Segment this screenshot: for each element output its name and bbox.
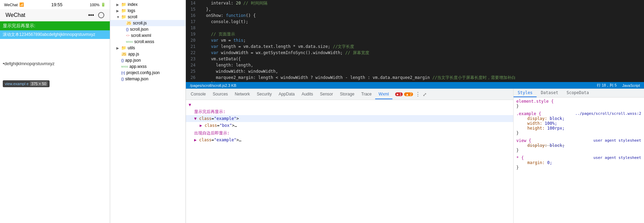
- tree-item[interactable]: {•} project.config.json: [110, 70, 186, 76]
- wxml-tree-item[interactable]: ▶ class="example">…: [186, 136, 513, 143]
- styles-property: width: 100%;: [516, 121, 641, 126]
- tree-icon: {}: [126, 28, 129, 31]
- tree-arrow: ▶: [116, 9, 121, 13]
- tab-sensor[interactable]: Sensor: [317, 90, 337, 99]
- tree-icon: JS: [121, 52, 127, 56]
- expand-icon[interactable]: ⤢: [423, 92, 427, 97]
- bottom-section: ConsoleSourcesNetworkSecurityAppDataAudi…: [186, 89, 644, 223]
- tree-label: logs: [128, 8, 135, 13]
- tooltip-size: 375 × 50: [30, 81, 47, 86]
- tab-audits[interactable]: Audits: [298, 90, 316, 99]
- tree-label: project.config.json: [126, 70, 160, 75]
- tree-icon: JS: [126, 21, 131, 25]
- warn-badge: ▲ 2: [404, 92, 413, 96]
- status-lang: JavaScript: [622, 83, 640, 88]
- tree-item[interactable]: JS scroll.js: [110, 20, 186, 26]
- styles-property: display: block;: [516, 116, 641, 121]
- line-number: 20: [189, 37, 196, 43]
- tree-arrow: ▶: [116, 3, 121, 7]
- code-line: length: length,: [201, 62, 641, 68]
- tree-icon: wxss: [121, 65, 128, 68]
- tree-icon: {}: [121, 59, 124, 62]
- app-name: WeChat: [4, 3, 18, 7]
- code-line: interval: 20 // 时间间隔: [201, 0, 641, 6]
- wxml-content: ▼: [189, 102, 191, 108]
- wxml-tree-item[interactable]: ▼: [186, 101, 513, 108]
- file-tree-panel: ▶ 📁 index ▶ 📁 logs ▼ 📁 scroll JS scroll.…: [110, 0, 186, 223]
- line-number: 19: [189, 31, 196, 37]
- tree-item[interactable]: {} scroll.json: [110, 26, 186, 32]
- tree-item[interactable]: ▶ 📁 utils: [110, 45, 186, 51]
- styles-tabs: StylesDatasetScopeData: [514, 89, 644, 98]
- line-number: 16: [189, 12, 196, 19]
- tree-arrow: ▼: [116, 15, 121, 19]
- styles-selector: view {user agent stylesheet: [516, 138, 641, 143]
- styles-tab-dataset[interactable]: Dataset: [537, 89, 562, 97]
- styles-rule: element.style {}: [516, 99, 641, 109]
- tooltip-area: view.exampl e 375 × 50: [0, 39, 110, 60]
- tree-label: utils: [128, 45, 135, 50]
- tooltip-label: view.exampl e: [5, 82, 29, 86]
- styles-tab-styles[interactable]: Styles: [514, 89, 537, 97]
- styles-tab-scopedata[interactable]: ScopeData: [562, 89, 593, 97]
- styles-selector: .example {../pages/scroll/scroll.wxss:2: [516, 111, 641, 116]
- tree-label: index: [128, 2, 138, 7]
- tree-item[interactable]: ▶ 📁 index: [110, 1, 186, 8]
- line-number: 24: [189, 62, 196, 68]
- tree-icon: {}: [121, 77, 124, 81]
- code-line: console.log(t);: [201, 19, 641, 25]
- tree-item[interactable]: {} sitemap.json: [110, 76, 186, 82]
- wxml-tree-item[interactable]: 显示完后再显示:: [186, 108, 513, 115]
- line-number: 15: [189, 6, 196, 12]
- record-icon[interactable]: [98, 12, 104, 18]
- code-area[interactable]: interval: 20 // 时间间隔 }, onShow: function…: [198, 0, 644, 82]
- tree-item[interactable]: JS app.js: [110, 51, 186, 57]
- more-icon[interactable]: •••: [88, 12, 94, 18]
- styles-rule: view {user agent stylesheet display: blo…: [516, 138, 641, 153]
- wxml-tree-item[interactable]: ▶ class="box">…: [186, 122, 513, 129]
- wxml-tree-item[interactable]: [186, 143, 513, 144]
- tree-item[interactable]: <> scroll.wxml: [110, 32, 186, 39]
- tree-item[interactable]: wxss app.wxss: [110, 63, 186, 70]
- styles-rule: * {user agent stylesheet margin: 0; }: [516, 155, 641, 170]
- phone-status-bar: WeChat 📶 19:55 100% 🔋: [0, 0, 110, 9]
- tab-console[interactable]: Console: [187, 90, 209, 99]
- wxml-tree-item[interactable]: 出现自边后即显示:: [186, 130, 513, 136]
- bottom-left: ConsoleSourcesNetworkSecurityAppDataAudi…: [186, 89, 513, 223]
- line-number: 17: [189, 19, 196, 25]
- placeholder-text: •defghijklmnopqrstuvmxyz: [0, 60, 110, 68]
- tree-icon: 📁: [121, 8, 126, 13]
- tree-item[interactable]: {} app.json: [110, 57, 186, 63]
- line-number: 23: [189, 56, 196, 62]
- more-icon[interactable]: ⋮: [415, 91, 421, 98]
- code-line: var vm = this;: [201, 37, 641, 43]
- tree-icon: {•}: [121, 71, 125, 75]
- tab-appdata[interactable]: AppData: [275, 90, 298, 99]
- tree-label: scroll.wxml: [131, 33, 151, 38]
- tab-security[interactable]: Security: [253, 90, 275, 99]
- line-number: 22: [189, 50, 196, 56]
- tab-storage[interactable]: Storage: [337, 90, 358, 99]
- code-line: var length = vm.data.text.length * vm.da…: [201, 43, 641, 50]
- code-line: onShow: function() {: [201, 12, 641, 19]
- tab-trace[interactable]: Trace: [358, 90, 375, 99]
- phone-content: 显示完后再显示: 滚动文本1234567890abcdefghijklmnopq…: [0, 21, 110, 223]
- styles-content: element.style {}.example {../pages/scrol…: [514, 98, 644, 223]
- tab-sources[interactable]: Sources: [209, 90, 231, 99]
- phone-time: 19:55: [51, 2, 63, 7]
- code-line: var windowWidth = wx.getSystemInfoSync()…: [201, 50, 641, 56]
- wechat-icons: •••: [88, 12, 104, 18]
- marquee-label: 显示完后再显示:: [0, 21, 110, 30]
- tree-item[interactable]: wxss scroll.wxss: [110, 39, 186, 45]
- tree-item[interactable]: ▶ 📁 logs: [110, 8, 186, 14]
- line-number: 25: [189, 68, 196, 74]
- phone-status-right: 100% 🔋: [90, 2, 106, 7]
- tab-network[interactable]: Network: [231, 90, 253, 99]
- tooltip-box: view.exampl e 375 × 50: [3, 80, 50, 87]
- tab-wxml[interactable]: Wxml: [375, 90, 392, 99]
- styles-selector: * {user agent stylesheet: [516, 155, 641, 160]
- devtools-tabs-bar: ConsoleSourcesNetworkSecurityAppDataAudi…: [186, 89, 513, 100]
- wxml-tree-item[interactable]: ▼ class="example">: [186, 115, 513, 122]
- marquee-text: 滚动文本1234567890abcdefghijklmnopqrstuvmxyz: [0, 30, 110, 39]
- tree-item[interactable]: ▼ 📁 scroll: [110, 14, 186, 20]
